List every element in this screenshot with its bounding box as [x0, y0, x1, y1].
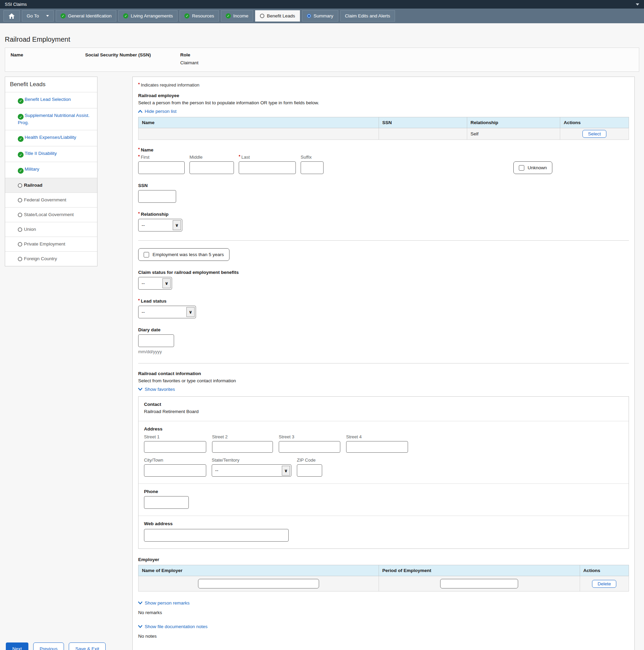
sidebar-item-benefit-lead-selection[interactable]: ✓Benefit Lead Selection [5, 92, 97, 108]
person-list-instruction: Select a person from the person list to … [138, 100, 629, 105]
lead-status-label: *Lead status [138, 299, 629, 304]
last-label-text: Last [241, 155, 250, 160]
tab-living-arrangements[interactable]: ✓ Living Arrangements [118, 10, 178, 22]
tab-claim-edits-and-alerts[interactable]: Claim Edits and Alerts [340, 10, 395, 22]
railroad-form-panel: *Indicates required information Railroad… [132, 77, 635, 650]
street3-field-group: Street 3 [279, 434, 340, 453]
employer-heading: Employer [138, 557, 629, 562]
tab-benefit-leads[interactable]: Benefit Leads [255, 10, 300, 22]
first-name-input[interactable] [138, 161, 185, 174]
last-name-input[interactable] [239, 161, 296, 174]
employment-less-than-5-years-checkbox[interactable] [144, 252, 149, 257]
tab-label: Benefit Leads [267, 13, 295, 18]
web-address-section: Web address [139, 516, 629, 548]
city-input[interactable] [144, 464, 206, 477]
sidebar-item-supplemental-nutritional[interactable]: ✓Supplemental Nutritional Assist. Prog. [5, 108, 97, 130]
street4-input[interactable] [346, 441, 408, 453]
employer-name-input[interactable] [198, 579, 319, 588]
save-exit-button[interactable]: Save & Exit [69, 642, 106, 650]
hide-person-list-label: Hide person list [145, 109, 176, 114]
show-file-documentation-notes-link[interactable]: Show file documentation notes [138, 624, 208, 629]
lead-status-select[interactable]: -- ∨ [138, 306, 196, 318]
radio-circle-icon [18, 242, 22, 247]
tab-resources[interactable]: ✓ Resources [180, 10, 219, 22]
unknown-checkbox[interactable] [519, 165, 524, 171]
tab-general-identification[interactable]: ✓ General Identification [56, 10, 117, 22]
state-select-value: -- [212, 468, 281, 473]
col-relationship: Relationship [467, 117, 560, 128]
diary-date-input[interactable] [138, 334, 174, 347]
sidebar-item-federal-government[interactable]: Federal Government [5, 193, 97, 207]
first-name-label: *First [138, 155, 185, 160]
caret-down-icon[interactable] [636, 3, 639, 5]
person-table-row: Self Select [139, 128, 629, 140]
goto-label: Go To [27, 13, 39, 18]
tab-label: Living Arrangements [131, 13, 173, 18]
ssn-group-label: SSN [138, 183, 629, 188]
name-unknown-checkbox-group[interactable]: Unknown [513, 161, 552, 174]
web-address-label: Web address [144, 521, 623, 526]
web-address-input[interactable] [144, 529, 289, 542]
claimant-name-column: Name [11, 52, 85, 65]
claimant-ssn-column: Social Security Number (SSN) [85, 52, 180, 65]
claimant-header: Name Social Security Number (SSN) Role C… [5, 48, 639, 72]
col-name: Name [139, 117, 379, 128]
select-person-button[interactable]: Select [582, 130, 606, 138]
tab-label: Claim Edits and Alerts [345, 13, 390, 18]
goto-dropdown[interactable]: Go To [22, 10, 54, 22]
zip-input[interactable] [297, 464, 322, 477]
tab-income[interactable]: ✓ Income [221, 10, 253, 22]
ssn-input[interactable] [138, 190, 176, 203]
next-button[interactable]: Next [6, 642, 28, 650]
tab-label: Income [233, 13, 248, 18]
middle-name-input[interactable] [189, 161, 234, 174]
claim-status-select-value: -- [139, 281, 161, 286]
employment-period-input[interactable] [440, 579, 518, 588]
phone-input[interactable] [144, 496, 189, 509]
sidebar-item-state-local-government[interactable]: State/Local Government [5, 207, 97, 222]
previous-button[interactable]: Previous [33, 642, 64, 650]
sidebar-item-health-expenses[interactable]: ✓Health Expenses/Liability [5, 130, 97, 146]
diary-date-label: Diary date [138, 327, 629, 332]
required-asterisk: * [138, 147, 140, 152]
ssn-label: Social Security Number (SSN) [85, 52, 180, 57]
home-button[interactable] [3, 10, 20, 22]
street3-label: Street 3 [279, 434, 340, 439]
suffix-input[interactable] [301, 161, 324, 174]
role-value: Claimant [180, 60, 633, 65]
tab-summary[interactable]: Summary [302, 10, 338, 22]
check-circle-icon: ✓ [18, 136, 24, 142]
required-note: *Indicates required information [138, 82, 629, 88]
street2-input[interactable] [212, 441, 273, 453]
show-favorites-link[interactable]: Show favorites [138, 387, 175, 392]
sidebar-item-railroad[interactable]: Railroad [5, 178, 97, 193]
street3-input[interactable] [279, 441, 340, 453]
radio-circle-icon [260, 14, 264, 18]
person-ssn-cell [379, 128, 467, 140]
show-person-remarks-link[interactable]: Show person remarks [138, 600, 189, 606]
delete-employer-button[interactable]: Delete [592, 580, 616, 588]
lead-status-select-value: -- [139, 309, 185, 315]
employer-table-header-row: Name of Employer Period of Employment Ac… [139, 565, 629, 576]
relationship-select[interactable]: -- ∨ [138, 219, 182, 231]
last-name-field-group: *Last [239, 155, 296, 174]
check-circle-icon: ✓ [184, 13, 189, 18]
claim-status-select[interactable]: -- ∨ [138, 277, 172, 290]
required-asterisk: * [138, 211, 140, 216]
street2-label: Street 2 [212, 434, 273, 439]
address-label: Address [144, 426, 623, 432]
required-asterisk: * [138, 298, 140, 303]
state-territory-select[interactable]: -- ∨ [212, 464, 291, 477]
person-relationship-cell: Self [467, 128, 560, 140]
sidebar-item-title-ii-disability[interactable]: ✓Title II Disability [5, 146, 97, 162]
hide-person-list-link[interactable]: Hide person list [138, 109, 176, 114]
employment-less-than-5-years-group[interactable]: Employment was less than 5 years [138, 248, 229, 261]
sidebar-item-military[interactable]: ✓Military [5, 162, 97, 178]
sidebar-item-union[interactable]: Union [5, 222, 97, 237]
show-file-documentation-notes-label: Show file documentation notes [145, 624, 208, 629]
sidebar-item-foreign-country[interactable]: Foreign Country [5, 251, 97, 266]
middle-name-field-group: Middle [189, 155, 234, 174]
street1-input[interactable] [144, 441, 206, 453]
tab-label: Summary [314, 13, 333, 18]
sidebar-item-private-employment[interactable]: Private Employment [5, 237, 97, 251]
